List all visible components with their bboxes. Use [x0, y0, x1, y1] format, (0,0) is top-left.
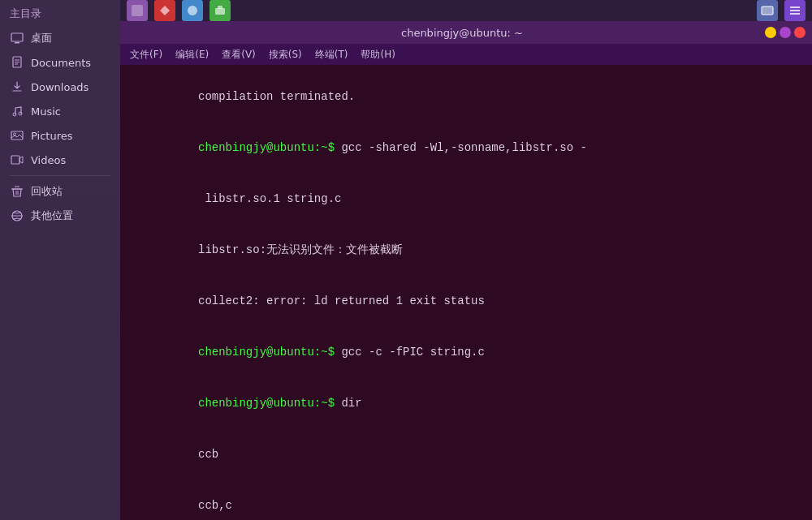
terminal-title: chenbingjy@ubuntu: ~: [159, 27, 765, 39]
sidebar-item-label-pictures: Pictures: [31, 130, 72, 142]
terminal-line-6: chenbingjy@ubuntu:~$ gcc -c -fPIC string…: [130, 327, 802, 378]
terminal-text-3: libstr.so.1 string.c: [198, 192, 341, 205]
svg-rect-21: [762, 6, 773, 15]
sidebar-item-documents[interactable]: Documents: [0, 50, 120, 75]
terminal-controls: [765, 27, 806, 38]
music-icon: [10, 104, 24, 118]
svg-rect-19: [215, 8, 225, 15]
svg-rect-11: [11, 156, 19, 164]
videos-icon: [10, 153, 24, 167]
menu-item-file[interactable]: 文件(F): [123, 48, 169, 62]
terminal-prompt-2: chenbingjy@ubuntu:~$: [198, 141, 341, 154]
sidebar-item-pictures[interactable]: Pictures: [0, 123, 120, 148]
desktop-icon: [10, 31, 24, 45]
sidebar-item-music[interactable]: Music: [0, 99, 120, 123]
terminal-text-5: collect2: error: ld returned 1 exit stat…: [198, 294, 485, 307]
terminal-prompt-6: chenbingjy@ubuntu:~$: [198, 346, 341, 359]
terminal-menubar: 文件(F) 编辑(E) 查看(V) 搜索(S) 终端(T) 帮助(H): [120, 44, 812, 65]
terminal-line-7: chenbingjy@ubuntu:~$ dir: [130, 378, 802, 429]
trash-icon: [10, 184, 24, 199]
sidebar-item-label-music: Music: [31, 105, 61, 118]
terminal-prompt-7: chenbingjy@ubuntu:~$: [198, 397, 341, 410]
terminal-body: compilation terminated. chenbingjy@ubunt…: [120, 65, 812, 520]
terminal-cmd-7: dir: [341, 397, 361, 410]
taskbar-icon-4[interactable]: [209, 0, 231, 21]
sidebar-item-other[interactable]: 其他位置: [0, 204, 120, 228]
sidebar-item-label-trash: 回收站: [31, 184, 63, 199]
sidebar-item-label-documents: Documents: [31, 57, 91, 69]
terminal-close-btn[interactable]: [794, 27, 806, 38]
menu-item-help[interactable]: 帮助(H): [354, 48, 401, 62]
pictures-icon: [10, 128, 24, 143]
sidebar: 主目录 桌面 Documents: [0, 0, 120, 520]
sidebar-divider: [10, 175, 110, 176]
main-content: chenbingjy@ubuntu: ~ 文件(F) 编辑(E) 查看(V) 搜…: [120, 0, 812, 520]
taskbar-icon-1[interactable]: [127, 0, 148, 21]
terminal-line-1: compilation terminated.: [130, 71, 802, 122]
terminal-text-9: ccb,c: [198, 499, 232, 512]
sidebar-item-downloads[interactable]: Downloads: [0, 75, 120, 99]
terminal-line-2: chenbingjy@ubuntu:~$ gcc -shared -Wl,-so…: [130, 122, 802, 174]
sidebar-item-desktop[interactable]: 桌面: [0, 26, 120, 50]
terminal-cmd-2: gcc -shared -Wl,-sonname,libstr.so -: [341, 141, 586, 154]
terminal-line-4: libstr.so:无法识别文件：文件被截断: [130, 225, 802, 276]
svg-rect-1: [15, 42, 19, 44]
svg-rect-0: [11, 33, 23, 41]
svg-point-18: [188, 6, 197, 15]
menu-item-view[interactable]: 查看(V): [215, 48, 262, 62]
menu-item-search[interactable]: 搜索(S): [262, 48, 309, 62]
terminal-line-8: ccb: [130, 429, 802, 480]
terminal-window: chenbingjy@ubuntu: ~ 文件(F) 编辑(E) 查看(V) 搜…: [120, 21, 812, 520]
taskbar-icon-3[interactable]: [182, 0, 203, 21]
terminal-titlebar: chenbingjy@ubuntu: ~: [120, 21, 812, 44]
taskbar-icon-6[interactable]: [784, 0, 806, 21]
app-container: 主目录 桌面 Documents: [0, 0, 812, 520]
sidebar-item-trash[interactable]: 回收站: [0, 179, 120, 204]
menu-item-edit[interactable]: 编辑(E): [169, 48, 215, 62]
terminal-maximize-btn[interactable]: [780, 27, 791, 38]
taskbar-icon-5[interactable]: [757, 0, 778, 21]
svg-rect-17: [132, 5, 143, 16]
sidebar-item-label-downloads: Downloads: [31, 81, 89, 93]
terminal-text-4: libstr.so:无法识别文件：文件被截断: [198, 243, 403, 256]
sidebar-item-videos[interactable]: Videos: [0, 148, 120, 172]
menu-item-terminal[interactable]: 终端(T): [309, 48, 355, 62]
sidebar-header: 主目录: [0, 0, 120, 26]
downloads-icon: [10, 80, 24, 94]
taskbar-icon-2[interactable]: [154, 0, 175, 21]
other-icon: [10, 208, 24, 223]
sidebar-item-label-other: 其他位置: [31, 208, 73, 223]
terminal-line-3: libstr.so.1 string.c: [130, 174, 802, 225]
terminal-text-1: compilation terminated.: [198, 90, 355, 103]
svg-rect-20: [218, 6, 222, 9]
taskbar: [120, 0, 812, 21]
terminal-text-8: ccb: [198, 448, 218, 461]
sidebar-item-label-desktop: 桌面: [31, 31, 52, 45]
documents-icon: [10, 55, 24, 70]
terminal-line-5: collect2: error: ld returned 1 exit stat…: [130, 276, 802, 327]
sidebar-item-label-videos: Videos: [31, 154, 66, 166]
terminal-cmd-6: gcc -c -fPIC string.c: [341, 346, 484, 359]
terminal-line-9: ccb,c: [130, 480, 802, 520]
svg-rect-9: [11, 131, 23, 140]
terminal-minimize-btn[interactable]: [765, 27, 776, 38]
